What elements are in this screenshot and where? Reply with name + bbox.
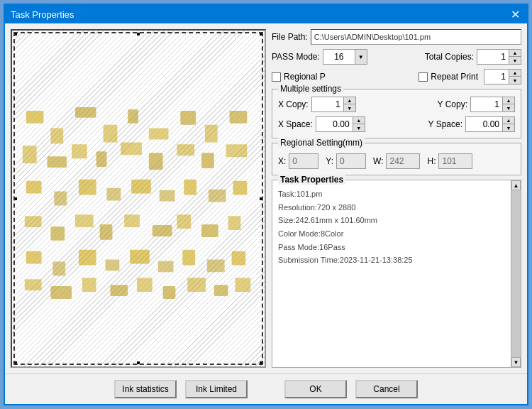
repeat-print-input[interactable] [484, 69, 509, 84]
x-copy-label: X Copy: [278, 99, 309, 109]
x-space-up-btn[interactable]: ▲ [353, 117, 365, 124]
pass-mode-value[interactable] [323, 49, 355, 65]
total-copies-down-btn[interactable]: ▼ [509, 57, 521, 64]
task-properties-dialog: Task Properties ✕ [4, 4, 528, 405]
y-space-spinner: ▲ ▼ [465, 116, 515, 132]
y-space-spinner-btns: ▲ ▼ [502, 116, 515, 132]
x-space-spinner: ▲ ▼ [316, 116, 365, 132]
y-copy-label: Y Copy: [438, 99, 467, 109]
y-space-down-btn[interactable]: ▼ [503, 124, 514, 131]
x-pos-input[interactable] [289, 153, 318, 169]
file-path-label: File Path: [272, 32, 308, 42]
scrollbar-down-btn[interactable]: ▼ [511, 357, 521, 367]
w-label: W: [373, 156, 383, 166]
x-space-input[interactable] [316, 116, 353, 132]
pass-mode-dropdown-btn[interactable]: ▼ [355, 49, 367, 65]
x-y-copy-row: X Copy: ▲ ▼ Y Copy: [278, 97, 515, 112]
x-space-label: X Space: [278, 119, 313, 129]
cancel-button[interactable]: Cancel [355, 380, 418, 398]
regional-checkbox[interactable] [272, 72, 281, 82]
task-name: Task:101.pm [278, 187, 515, 201]
pass-mode-combo: ▼ [323, 49, 367, 65]
task-properties-content: Task:101.pm Resolution:720 x 2880 Size:2… [278, 187, 515, 267]
total-copies-up-btn[interactable]: ▲ [509, 50, 521, 57]
regional-repeat-row: Regional P Repeat Print ▲ ▼ [272, 69, 521, 84]
multiple-settings-section: Multiple settings X Copy: ▲ ▼ Y Copy: [272, 89, 521, 138]
x-copy-spinner-btns: ▲ ▼ [343, 97, 356, 112]
dialog-body: File Path: PASS Mode: ▼ Total Copies: ▲ … [5, 23, 527, 373]
x-pos-label: X: [278, 156, 286, 166]
file-path-input[interactable] [311, 29, 521, 45]
x-space-down-btn[interactable]: ▼ [353, 124, 365, 131]
x-copy-up-btn[interactable]: ▲ [344, 97, 355, 104]
ink-limited-button[interactable]: Ink Limited [185, 380, 248, 398]
ok-button[interactable]: OK [284, 380, 347, 398]
selection-border [13, 32, 263, 365]
close-button[interactable]: ✕ [509, 8, 521, 21]
ink-statistics-button[interactable]: Ink statistics [114, 380, 177, 398]
task-properties-title: Task Properties [278, 175, 345, 185]
dialog-title: Task Properties [11, 9, 74, 20]
regional-label: Regional P [284, 72, 326, 82]
multiple-settings-title: Multiple settings [278, 84, 343, 94]
y-pos-label: Y: [326, 156, 333, 166]
multiple-settings-inner: X Copy: ▲ ▼ Y Copy: [278, 97, 515, 132]
pass-mode-row: PASS Mode: ▼ Total Copies: ▲ ▼ [272, 49, 521, 65]
regional-checkbox-group: Regional P [272, 72, 326, 82]
h-input[interactable] [438, 153, 472, 169]
title-bar: Task Properties ✕ [5, 5, 527, 23]
task-properties-section: Task Properties Task:101.pm Resolution:7… [272, 180, 521, 368]
x-copy-down-btn[interactable]: ▼ [344, 104, 355, 111]
right-panel: File Path: PASS Mode: ▼ Total Copies: ▲ … [272, 29, 521, 368]
x-y-space-row: X Space: ▲ ▼ Y Space: [278, 116, 515, 132]
y-space-input[interactable] [465, 116, 502, 132]
regional-setting-section: Regional Setting(mm) X: Y: W: H: [272, 143, 521, 175]
total-copies-input[interactable] [477, 49, 509, 65]
regional-setting-title: Regional Setting(mm) [278, 138, 365, 148]
w-input[interactable] [386, 153, 420, 169]
preview-panel [11, 29, 266, 368]
total-copies-label: Total Copies: [425, 52, 474, 62]
pass-mode-label: PASS Mode: [272, 52, 320, 62]
y-space-label: Y Space: [428, 119, 462, 129]
task-color-mode: Color Mode:8Color [278, 227, 515, 241]
task-size: Size:242.61mm x 101.60mm [278, 214, 515, 227]
file-path-row: File Path: [272, 29, 521, 45]
y-space-up-btn[interactable]: ▲ [503, 117, 514, 124]
y-copy-down-btn[interactable]: ▼ [503, 104, 514, 111]
task-pass-mode: Pass Mode:16Pass [278, 241, 515, 254]
dialog-footer: Ink statistics Ink Limited OK Cancel [5, 373, 527, 404]
y-copy-spinner: ▲ ▼ [470, 97, 515, 112]
y-copy-up-btn[interactable]: ▲ [503, 97, 514, 104]
task-props-scrollbar: ▲ ▼ [511, 180, 521, 367]
total-copies-spinner: ▲ ▼ [477, 49, 521, 65]
repeat-print-down-btn[interactable]: ▼ [509, 77, 521, 84]
total-copies-spinner-btns: ▲ ▼ [509, 49, 521, 65]
x-space-spinner-btns: ▲ ▼ [353, 116, 365, 132]
x-copy-spinner: ▲ ▼ [311, 97, 356, 112]
y-pos-input[interactable] [336, 153, 366, 169]
repeat-print-checkbox[interactable] [419, 72, 428, 82]
task-submission-time: Submission Time:2023-11-21-13:38:25 [278, 253, 515, 267]
repeat-print-label: Repeat Print [431, 72, 478, 82]
repeat-print-spinner: ▲ ▼ [484, 69, 521, 84]
repeat-print-spinner-btns: ▲ ▼ [509, 69, 521, 84]
repeat-print-checkbox-group: Repeat Print [419, 72, 478, 82]
h-label: H: [427, 156, 436, 166]
x-copy-input[interactable] [311, 97, 343, 112]
y-copy-input[interactable] [470, 97, 502, 112]
task-resolution: Resolution:720 x 2880 [278, 201, 515, 214]
repeat-print-up-btn[interactable]: ▲ [509, 70, 521, 77]
regional-setting-row: X: Y: W: H: [278, 153, 515, 169]
scrollbar-track [511, 190, 521, 357]
preview-image [12, 31, 265, 366]
y-copy-spinner-btns: ▲ ▼ [502, 97, 515, 112]
scrollbar-up-btn[interactable]: ▲ [511, 180, 521, 190]
